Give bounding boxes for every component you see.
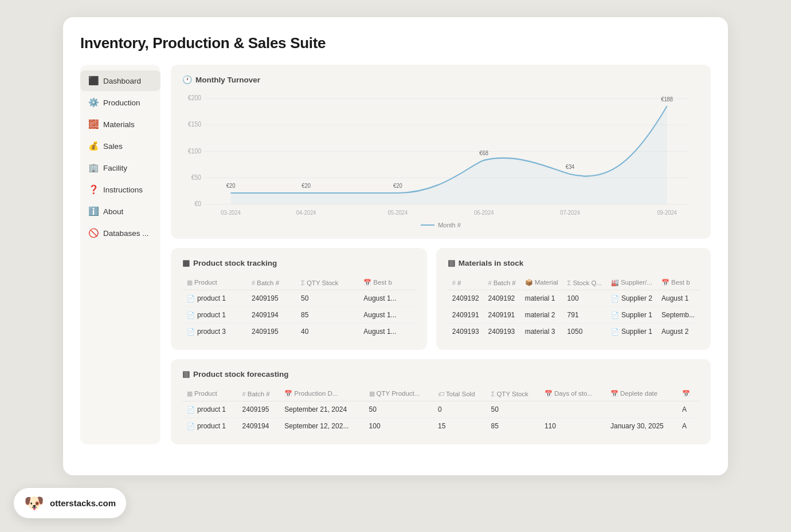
col-product: ▦Product — [182, 275, 247, 290]
forecasting-icon: ▤ — [182, 369, 190, 379]
mat-col-material: 📦Material — [520, 275, 563, 290]
chart-container: €200 €150 €100 €50 €0 €20 €20 €20 €6 — [182, 92, 699, 218]
sidebar-item-databases[interactable]: 🚫Databases ... — [80, 223, 160, 243]
svg-text:€20: €20 — [393, 183, 402, 190]
product-stock-icon: ▦ — [182, 258, 190, 267]
sidebar-item-dashboard[interactable]: ⬛Dashboard — [80, 70, 160, 91]
mat-col-num: ## — [448, 275, 484, 290]
product-stock-table: ▦Product #Batch # ΣQTY Stock 📅Best b 📄pr… — [182, 275, 416, 340]
fc-col-prod-date: 📅Production D... — [280, 387, 364, 401]
databases-icon: 🚫 — [88, 228, 99, 238]
forecasting-title: ▤ Product stock forecasting — [182, 369, 699, 379]
product-stock-title: ▦ Product stock tracking — [182, 258, 416, 267]
sidebar-item-instructions[interactable]: ❓Instructions — [80, 179, 160, 200]
fc-col-qty-stock: ΣQTY Stock — [487, 387, 540, 401]
chart-legend: Month # — [182, 222, 699, 228]
product-stock-card: ▦ Product stock tracking ▦Product #Batch… — [171, 248, 427, 350]
col-batch: #Batch # — [247, 275, 296, 290]
fc-col-total-sold: 🏷Total Sold — [433, 387, 487, 401]
sidebar-label-materials: Materials — [103, 120, 135, 129]
sidebar-label-production: Production — [103, 98, 140, 107]
app-container: Inventory, Production & Sales Suite ⬛Das… — [63, 17, 728, 475]
svg-text:€34: €34 — [566, 164, 575, 171]
sidebar-label-dashboard: Dashboard — [103, 77, 141, 85]
mat-col-best: 📅Best b — [657, 275, 699, 290]
sidebar-item-about[interactable]: ℹ️About — [80, 201, 160, 222]
watermark-avatar: 🐶 — [24, 494, 44, 513]
chart-title-icon: 🕐 — [182, 75, 192, 84]
svg-text:03-2024: 03-2024 — [221, 210, 241, 216]
dashboard-icon: ⬛ — [88, 76, 99, 86]
svg-text:€0: €0 — [194, 200, 201, 207]
sidebar-label-about: About — [103, 207, 123, 216]
sidebar-item-facility[interactable]: 🏢Facility — [80, 157, 160, 178]
svg-text:€50: €50 — [191, 174, 201, 181]
table-row: 📄product 1 2409194 85 August 1... — [182, 307, 416, 324]
fc-col-extra: 📅 — [678, 387, 699, 401]
svg-text:05-2024: 05-2024 — [388, 210, 408, 216]
forecasting-card: ▤ Product stock forecasting ▦Product #Ba… — [171, 359, 711, 444]
watermark: 🐶 otterstacks.com — [14, 488, 126, 518]
sidebar-label-sales: Sales — [103, 142, 123, 151]
table-row: 2409193 2409193 material 3 1050 📄Supplie… — [448, 324, 699, 340]
fc-col-batch: #Batch # — [238, 387, 280, 401]
svg-text:€188: €188 — [661, 96, 673, 103]
svg-text:09-2024: 09-2024 — [657, 210, 677, 216]
production-icon: ⚙️ — [88, 97, 99, 108]
monthly-turnover-card: 🕐 Monthly Turnover €200 €150 €1 — [171, 65, 711, 239]
table-row: 📄product 3 2409195 40 August 1... — [182, 324, 416, 340]
materials-stock-table: ## #Batch # 📦Material ΣStock Q... 🏭Suppl… — [448, 275, 699, 340]
sidebar: ⬛Dashboard⚙️Production🧱Materials💰Sales🏢F… — [80, 65, 160, 444]
sidebar-item-sales[interactable]: 💰Sales — [80, 136, 160, 156]
sales-icon: 💰 — [88, 141, 99, 151]
materials-stock-icon: ▤ — [448, 258, 455, 267]
table-row: 📄product 1 2409195 September 21, 2024 50… — [182, 401, 699, 418]
sidebar-label-instructions: Instructions — [103, 186, 143, 194]
sidebar-item-materials[interactable]: 🧱Materials — [80, 114, 160, 135]
sidebar-label-facility: Facility — [103, 164, 127, 172]
mat-col-stock: ΣStock Q... — [563, 275, 606, 290]
legend-line-indicator — [421, 224, 434, 226]
about-icon: ℹ️ — [88, 206, 99, 216]
svg-text:06-2024: 06-2024 — [474, 210, 494, 216]
materials-stock-title: ▤ Materials in stock — [448, 258, 699, 267]
svg-text:€100: €100 — [188, 147, 201, 155]
svg-text:€150: €150 — [188, 121, 201, 128]
col-qty: ΣQTY Stock — [296, 275, 359, 290]
svg-text:€68: €68 — [479, 149, 488, 156]
svg-text:€20: €20 — [226, 183, 236, 190]
mat-col-batch: #Batch # — [484, 275, 520, 290]
content-area: 🕐 Monthly Turnover €200 €150 €1 — [171, 65, 711, 444]
svg-text:07-2024: 07-2024 — [560, 210, 580, 216]
page-title: Inventory, Production & Sales Suite — [80, 34, 711, 52]
forecasting-table: ▦Product #Batch # 📅Production D... ▦QTY … — [182, 387, 699, 434]
materials-icon: 🧱 — [88, 119, 99, 129]
legend-label: Month # — [438, 222, 461, 228]
instructions-icon: ❓ — [88, 184, 99, 195]
svg-text:€20: €20 — [301, 183, 311, 190]
table-row: 2409192 2409192 material 1 100 📄Supplier… — [448, 290, 699, 307]
fc-col-product: ▦Product — [182, 387, 238, 401]
table-row: 2409191 2409191 material 2 791 📄Supplier… — [448, 307, 699, 324]
sidebar-label-databases: Databases ... — [103, 229, 149, 238]
col-best: 📅Best b — [359, 275, 416, 290]
sidebar-item-production[interactable]: ⚙️Production — [80, 92, 160, 113]
table-row: 📄product 1 2409195 50 August 1... — [182, 290, 416, 307]
fc-col-days: 📅Days of sto... — [540, 387, 606, 401]
svg-text:€200: €200 — [188, 94, 201, 102]
materials-stock-card: ▤ Materials in stock ## #Batch # 📦Materi… — [436, 248, 711, 350]
fc-col-qty-prod: ▦QTY Product... — [365, 387, 434, 401]
chart-title: 🕐 Monthly Turnover — [182, 75, 699, 84]
mat-col-supplier: 🏭Supplier/... — [606, 275, 657, 290]
watermark-label: otterstacks.com — [50, 498, 116, 508]
table-row: 📄product 1 2409194 September 12, 202... … — [182, 418, 699, 435]
main-layout: ⬛Dashboard⚙️Production🧱Materials💰Sales🏢F… — [80, 65, 711, 444]
fc-col-deplete: 📅Deplete date — [606, 387, 678, 401]
svg-text:04-2024: 04-2024 — [296, 210, 316, 216]
chart-svg: €200 €150 €100 €50 €0 €20 €20 €20 €6 — [182, 92, 699, 218]
two-col-section: ▦ Product stock tracking ▦Product #Batch… — [171, 248, 711, 350]
facility-icon: 🏢 — [88, 163, 99, 173]
